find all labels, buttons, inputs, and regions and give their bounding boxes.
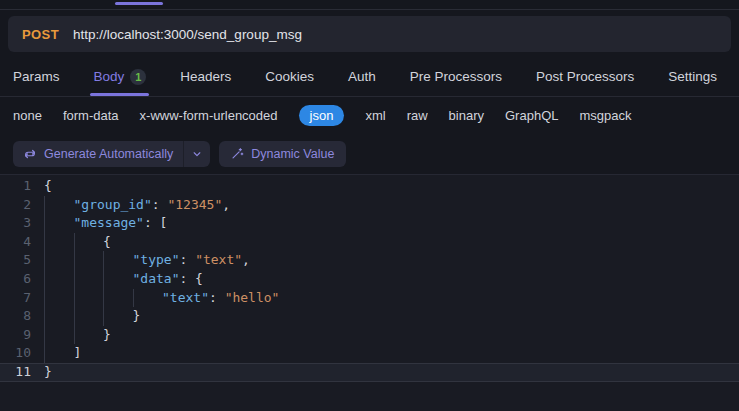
dynamic-value-button[interactable]: Dynamic Value [219,141,346,167]
tab-body[interactable]: Body1 [93,57,146,96]
generate-automatically-button[interactable]: Generate Automatically [13,141,210,167]
body-count-badge: 1 [130,69,146,85]
indent-guide [74,251,104,270]
tab-pre-processors[interactable]: Pre Processors [410,57,502,96]
body-type-graphql[interactable]: GraphQL [505,108,558,123]
method-selector[interactable]: POST [22,27,59,42]
line-number: 1 [0,177,44,196]
tab-label: Cookies [265,69,314,84]
line-number: 9 [0,326,44,345]
code-line-4[interactable]: 4{ [0,233,739,252]
tab-auth[interactable]: Auth [348,57,376,96]
indent-guide [44,214,74,233]
indent-guide [74,270,104,289]
indent-guide [44,251,74,270]
tab-label: Pre Processors [410,69,502,84]
tab-cookies[interactable]: Cookies [265,57,314,96]
url-row: POST http://localhost:3000/send_group_ms… [0,10,739,57]
code-token: : [209,289,225,308]
line-number: 6 [0,270,44,289]
indent-guide [44,326,74,345]
code-token: , [242,251,250,270]
indent-guide [44,196,74,215]
line-number: 2 [0,196,44,215]
code-token: "text" [162,289,209,308]
line-number: 10 [0,344,44,363]
code-token: { [44,177,52,196]
code-line-10[interactable]: 10] [0,344,739,363]
code-line-7[interactable]: 7"text": "hello" [0,289,739,308]
code-line-11[interactable]: 11} [0,363,739,382]
code-line-6[interactable]: 6"data": { [0,270,739,289]
indent-guide [74,326,104,345]
tab-post-processors[interactable]: Post Processors [536,57,634,96]
line-number: 5 [0,251,44,270]
indent-guide [44,233,74,252]
code-line-1[interactable]: 1{ [0,177,739,196]
tab-params[interactable]: Params [13,57,60,96]
body-type-json[interactable]: json [299,105,345,126]
tab-label: Body [93,69,124,84]
code-token: : [152,196,168,215]
indent-guide [103,270,133,289]
code-token: "hello" [225,289,280,308]
body-type-msgpack[interactable]: msgpack [579,108,631,123]
code-token: } [44,363,52,382]
magic-wand-icon [231,147,244,160]
chevron-down-icon[interactable] [184,141,210,167]
line-number: 7 [0,289,44,308]
body-type-form-data[interactable]: form-data [63,108,119,123]
code-token: "text" [195,251,242,270]
request-panel: POST http://localhost:3000/send_group_ms… [0,0,739,411]
indent-guide [103,251,133,270]
dynamic-value-label: Dynamic Value [251,147,334,161]
active-request-tab-indicator [115,2,163,5]
indent-guide [44,270,74,289]
url-bar[interactable]: POST http://localhost:3000/send_group_ms… [8,16,731,52]
indent-guide [103,307,133,326]
active-tab-underline [90,93,149,96]
generate-automatically-label: Generate Automatically [44,147,173,161]
tab-settings[interactable]: Settings [668,57,717,96]
indent-guide [133,289,163,308]
json-body-editor[interactable]: 1{2"group_id": "12345",3"message": [4{5"… [0,175,739,411]
code-line-2[interactable]: 2"group_id": "12345", [0,196,739,215]
tab-label: Settings [668,69,717,84]
line-number: 11 [0,363,44,382]
request-tabs-strip [0,0,739,10]
indent-guide [74,233,104,252]
body-type-selector: noneform-datax-www-form-urlencodedjsonxm… [0,97,739,133]
line-number: 4 [0,233,44,252]
indent-guide [44,289,74,308]
code-token: "type" [133,251,180,270]
code-token: } [133,307,141,326]
line-number: 3 [0,214,44,233]
body-type-binary[interactable]: binary [449,108,484,123]
code-token: } [103,326,111,345]
url-input[interactable]: http://localhost:3000/send_group_msg [73,27,302,42]
indent-guide [103,289,133,308]
code-line-3[interactable]: 3"message": [ [0,214,739,233]
body-type-none[interactable]: none [13,108,42,123]
body-type-xml[interactable]: xml [365,108,385,123]
tab-headers[interactable]: Headers [180,57,231,96]
code-token: , [222,196,230,215]
code-token: "12345" [167,196,222,215]
code-token: : [ [144,214,167,233]
indent-guide [74,307,104,326]
code-token: : [179,251,195,270]
code-token: "message" [74,214,144,233]
tab-label: Headers [180,69,231,84]
tab-label: Params [13,69,60,84]
repeat-icon [23,147,37,161]
code-line-9[interactable]: 9} [0,326,739,345]
body-type-raw[interactable]: raw [407,108,428,123]
indent-guide [44,307,74,326]
request-section-tabs: ParamsBody1HeadersCookiesAuthPre Process… [0,57,739,97]
tab-label: Post Processors [536,69,634,84]
code-line-5[interactable]: 5"type": "text", [0,251,739,270]
body-type-x-www-form-urlencoded[interactable]: x-www-form-urlencoded [140,108,278,123]
code-token: : { [179,270,202,289]
code-line-8[interactable]: 8} [0,307,739,326]
indent-guide [44,344,74,363]
